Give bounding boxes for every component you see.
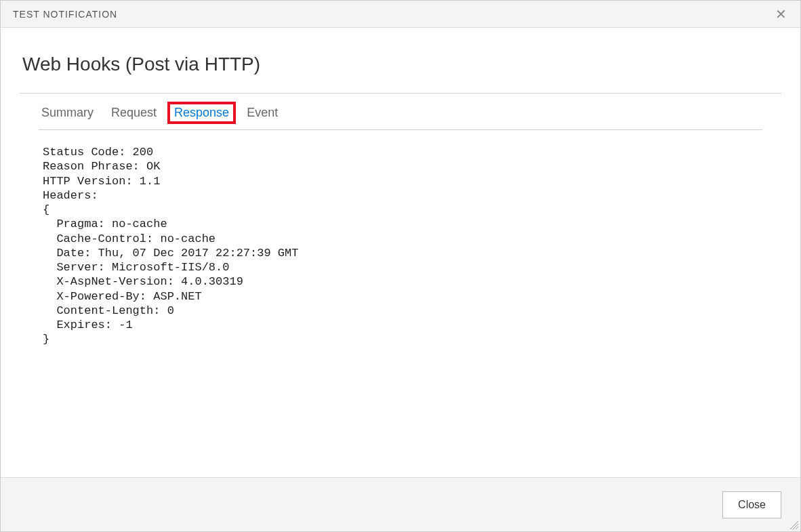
tab-strip: SummaryRequestResponseEvent [39, 94, 762, 130]
tab-body: Status Code: 200 Reason Phrase: OK HTTP … [20, 130, 781, 477]
test-notification-dialog: TEST NOTIFICATION ✕ Web Hooks (Post via … [0, 0, 801, 532]
dialog-title: TEST NOTIFICATION [13, 9, 117, 20]
page-title: Web Hooks (Post via HTTP) [22, 54, 781, 75]
close-icon[interactable]: ✕ [771, 5, 791, 24]
response-text: Status Code: 200 Reason Phrase: OK HTTP … [43, 145, 758, 347]
tab-response[interactable]: Response [167, 102, 236, 124]
tab-event[interactable]: Event [247, 106, 278, 120]
tab-summary[interactable]: Summary [41, 106, 94, 120]
dialog-footer: Close [1, 477, 800, 531]
close-button[interactable]: Close [722, 491, 781, 518]
tabs-container: SummaryRequestResponseEvent [39, 94, 762, 130]
dialog-titlebar: TEST NOTIFICATION ✕ [1, 1, 800, 28]
tab-request[interactable]: Request [111, 106, 157, 120]
dialog-content: Web Hooks (Post via HTTP) SummaryRequest… [1, 28, 800, 477]
